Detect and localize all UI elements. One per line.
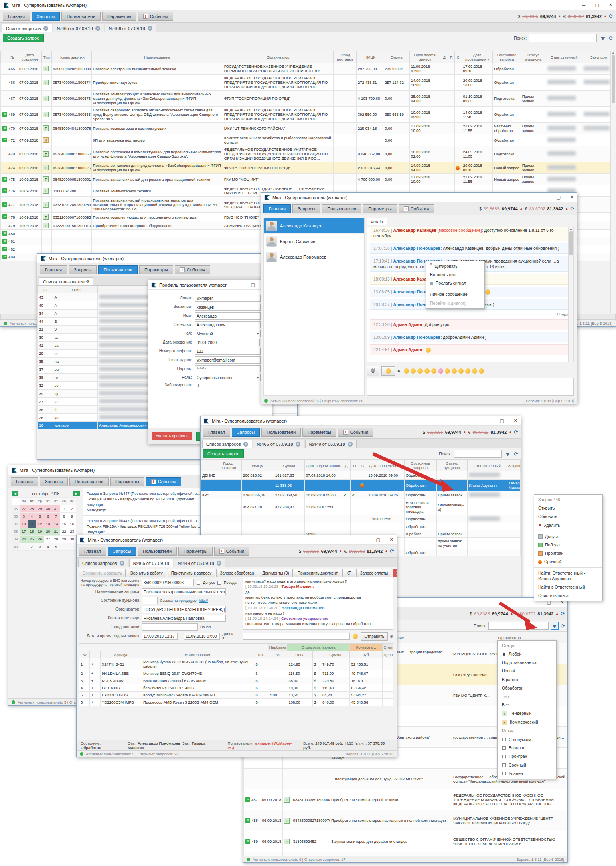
smiley-button[interactable]	[381, 366, 395, 376]
refresh-icon[interactable]: ⟳	[514, 429, 518, 435]
profile-input[interactable]: Мужской▾	[195, 330, 261, 337]
menu-item[interactable]: Найти в Ответственный	[534, 583, 602, 591]
tab-465[interactable]: №465 от 07.09.18✕	[253, 440, 304, 448]
calendar-day[interactable]: 8	[60, 513, 68, 520]
smiley-emoji-icon[interactable]	[404, 368, 409, 374]
minimize-icon[interactable]: ─	[544, 195, 547, 200]
tab-request-list[interactable]: Список запросов✕	[202, 440, 252, 448]
table-row[interactable]: 46907.09.2018T0573400000118005639Поставк…	[1, 107, 616, 123]
refresh-icon[interactable]: ⟳	[390, 548, 394, 554]
calendar-day[interactable]: 29	[60, 536, 68, 543]
table-row[interactable]: 1+X2474HS-B1Монитор Iiyama 23.6" X2474HS…	[79, 658, 393, 670]
menu-users[interactable]: Пользователи	[98, 265, 138, 274]
calendar-day[interactable]: 20	[44, 528, 52, 536]
menu-home[interactable]: Главная	[3, 12, 30, 21]
calendar-day[interactable]: 26	[36, 536, 44, 543]
pobeda-checkbox[interactable]	[217, 581, 221, 585]
table-row[interactable]: 45906.09.2018T31806892452Закупка монитор…	[244, 831, 567, 852]
calendar-day[interactable]: 7	[52, 513, 60, 520]
calendar-day[interactable]: 10	[20, 520, 28, 528]
menu-item[interactable]: Удалён	[498, 769, 556, 778]
call-me-hand-emoji-icon[interactable]	[438, 368, 443, 374]
close-tab-icon[interactable]: ✕	[243, 442, 248, 447]
expand-arrow-icon[interactable]: ▶	[398, 369, 401, 373]
menu-item[interactable]: Цитировать	[426, 262, 484, 271]
profile-input[interactable]: Суперпользователь▾	[195, 374, 261, 381]
calendar-day[interactable]: 3	[20, 513, 28, 520]
maximize-icon[interactable]: ▢	[376, 537, 380, 542]
titlebar[interactable]: Mira - Суперпользователь (wxmaper) ─▢✕	[37, 254, 297, 263]
calendar-day[interactable]: 15	[60, 520, 68, 528]
calendar-day[interactable]: 3	[36, 543, 44, 551]
speaker-emoji-icon[interactable]	[479, 368, 484, 374]
calendar-day[interactable]: 1	[60, 505, 68, 513]
calendar-day[interactable]: 5	[36, 513, 44, 520]
close-icon[interactable]: ✕	[514, 418, 517, 423]
menu-item[interactable]: С допуском	[498, 735, 556, 744]
filter-button[interactable]	[504, 450, 512, 458]
menu-item[interactable]: Проигран	[498, 752, 556, 761]
filter-button[interactable]	[599, 34, 607, 42]
menu-item[interactable]: Все	[498, 701, 556, 709]
tab-449[interactable]: №449 от 05.09.18✕	[305, 440, 357, 448]
menu-params[interactable]: Параметры	[110, 477, 144, 486]
smiley-icon[interactable]	[353, 634, 358, 639]
blocked-checkbox[interactable]	[195, 384, 199, 387]
menu-params[interactable]: Параметры	[102, 12, 136, 21]
table-row[interactable]: 45806.09.2018T0848300062718000768Приобре…	[244, 810, 567, 831]
profile-input[interactable]: wxmaper@gmail.com	[195, 356, 261, 364]
menu-params[interactable]: Параметры	[363, 204, 397, 213]
procedure-link[interactable]: http://	[199, 599, 208, 603]
menu-item[interactable]: TТендерный	[498, 709, 556, 718]
refresh-icon[interactable]: ⟳	[514, 451, 518, 457]
menu-item[interactable]: Срочный	[534, 558, 602, 566]
auction-state-input[interactable]: -	[142, 597, 158, 604]
menu-events[interactable]: !События	[399, 204, 434, 213]
toolbar-button[interactable]: Запрос оплаты	[356, 569, 391, 577]
menu-item[interactable]: Обновить	[534, 512, 602, 521]
close-icon[interactable]: ✕	[609, 2, 612, 8]
tab-465[interactable]: №465 от 07.09.18✕	[53, 24, 104, 32]
calendar-day[interactable]: 13	[44, 520, 52, 528]
table-row[interactable]: 47307.09.2018T0573400000118005599Поставк…	[1, 146, 616, 162]
procedure-number-input[interactable]: 356200020218000006	[142, 579, 194, 586]
table-row[interactable]: ДЕНИЕ206 823,02161 827,6307.09.2018 14:0…	[201, 471, 521, 480]
calendar-day[interactable]: 31	[52, 505, 60, 513]
calendar-day[interactable]: 16	[68, 520, 76, 528]
contact-input[interactable]: Яковлева Александра Павловна	[142, 615, 226, 622]
calendar-day[interactable]: 30	[44, 505, 52, 513]
send-button[interactable]: Отправить	[361, 632, 388, 641]
menu-events[interactable]: !События	[338, 428, 373, 437]
menu-users[interactable]: Пользователи	[69, 477, 109, 486]
tab-request-list[interactable]: Список запросов✕	[78, 559, 128, 567]
date-from-input[interactable]: 17.08.2018 12:17	[142, 633, 178, 640]
calendar-day[interactable]: 24	[20, 536, 28, 543]
calendar-day[interactable]: 2	[28, 543, 36, 551]
menu-requests[interactable]: Запросы	[292, 204, 320, 213]
table-row[interactable]: 47407.09.2018T0573400000118005264Поставк…	[1, 162, 616, 174]
calendar-day[interactable]: 25	[28, 536, 36, 543]
table-row[interactable]: 46607.09.2018T0573400000118005740Приобре…	[1, 75, 616, 91]
menu-requests[interactable]: Запросы	[32, 12, 60, 21]
close-tab-icon[interactable]: ✕	[296, 442, 300, 447]
table-row[interactable]: 2+9H.LDMLA.3BEМонитор BENQ 23,8" GW2470H…	[79, 670, 393, 677]
table-row[interactable]: КИ"2 963 556,362 502 864,5810.09.2018 05…	[201, 491, 521, 499]
chat-user-item[interactable]: Александр Пономарев	[264, 249, 364, 265]
menu-params[interactable]: Параметры	[178, 547, 213, 556]
menu-requests[interactable]: Запросы	[69, 265, 97, 274]
titlebar[interactable]: Mira - Суперпользователь (wxmaper) ─▢✕	[77, 535, 397, 545]
menu-item[interactable]: Проигран	[534, 549, 602, 558]
chat-user-item[interactable]: Карлос Саркисян	[264, 234, 364, 249]
calendar-day[interactable]: 18	[28, 528, 36, 536]
menu-requests[interactable]: Запросы	[232, 428, 260, 437]
calendar-day[interactable]: 22	[60, 528, 68, 536]
calendar-day[interactable]: 28	[28, 505, 36, 513]
menu-item[interactable]: ККоммерческий	[498, 718, 556, 727]
close-tab-icon[interactable]: ✕	[95, 26, 100, 31]
slight-smile-emoji-icon[interactable]	[445, 368, 450, 374]
table-row[interactable]: 46507.09.2018T0356200020218000006Поставк…	[1, 63, 616, 75]
menu-item[interactable]: Перейти к диалогу	[426, 299, 484, 308]
blush-emoji-icon[interactable]	[424, 368, 430, 374]
calendar-day[interactable]	[68, 543, 76, 551]
city-input[interactable]	[142, 623, 198, 631]
